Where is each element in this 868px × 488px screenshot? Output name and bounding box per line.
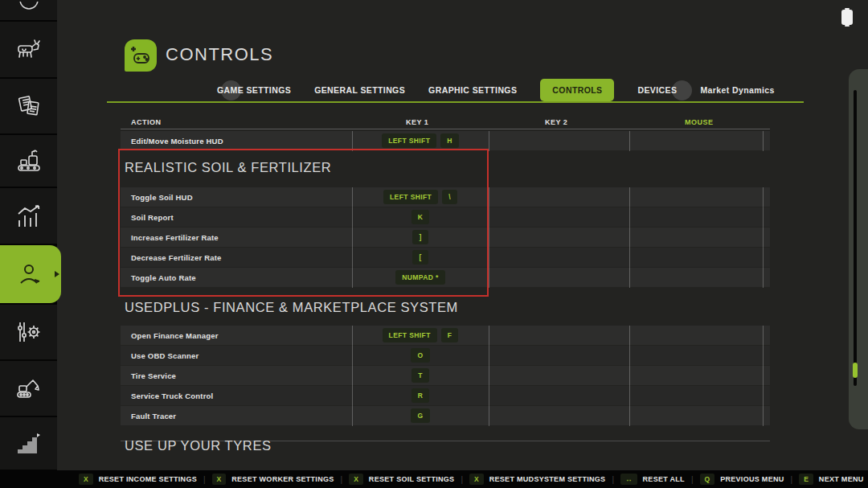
action-label: Tire Service xyxy=(121,371,176,380)
separator: | xyxy=(203,475,206,484)
tab-graphic-settings[interactable]: GRAPHIC SETTINGS xyxy=(428,85,517,95)
table-row[interactable]: Open Finance Manager LEFT SHIFT F xyxy=(121,326,770,345)
sidebar-item-production[interactable] xyxy=(0,135,57,187)
key-badge: R xyxy=(411,388,430,403)
key1-cell[interactable]: O xyxy=(352,346,489,365)
partial-circle-icon xyxy=(18,2,40,19)
table-row[interactable]: Toggle Auto Rate NUMPAD * xyxy=(121,268,770,287)
previous-menu-button[interactable]: Q PREVIOUS MENU xyxy=(700,474,784,485)
stairs-growth-icon xyxy=(15,433,43,455)
controls-app-icon xyxy=(125,39,157,72)
separator: | xyxy=(691,475,694,484)
key-hint-badge: X xyxy=(349,474,363,485)
key1-cell[interactable]: [ xyxy=(352,248,489,267)
swap-arrows-key-badge: ↔ xyxy=(620,474,637,485)
separator: | xyxy=(461,475,463,484)
key-badge: ] xyxy=(412,230,428,244)
separator: | xyxy=(341,475,343,484)
action-label: Increase Fertilizer Rate xyxy=(121,233,219,242)
key-badge: \ xyxy=(442,190,457,204)
key1-cell[interactable]: LEFT SHIFT H xyxy=(352,131,489,150)
reset-worker-settings-button[interactable]: X RESET WORKER SETTINGS xyxy=(212,474,334,485)
tab-controls[interactable]: CONTROLS xyxy=(540,79,614,101)
tab-game-settings[interactable]: GAME SETTINGS xyxy=(217,85,291,95)
binding-group-soil: Toggle Soil HUD LEFT SHIFT \ Soil Report… xyxy=(121,187,770,288)
scrollbar-track[interactable] xyxy=(849,69,868,429)
table-row[interactable]: Decrease Fertilizer Rate [ xyxy=(121,248,770,267)
sidebar-item-contracts[interactable] xyxy=(0,79,57,133)
sidebar xyxy=(0,0,57,488)
next-menu-button[interactable]: E NEXT MENU xyxy=(799,474,863,485)
sliders-gear-icon xyxy=(15,319,43,345)
reset-mudsystem-settings-button[interactable]: X RESET MUDSYSTEM SETTINGS xyxy=(469,474,605,485)
tab-bar: GAME SETTINGS GENERAL SETTINGS GRAPHIC S… xyxy=(217,78,775,102)
key1-cell[interactable]: LEFT SHIFT F xyxy=(352,326,489,345)
sidebar-item-player-controls[interactable] xyxy=(0,245,61,303)
reset-soil-settings-button[interactable]: X RESET SOIL SETTINGS xyxy=(349,474,454,485)
reset-income-settings-button[interactable]: X RESET INCOME SETTINGS xyxy=(79,474,197,485)
key-badge: O xyxy=(411,348,429,363)
bottom-action-bar: X RESET INCOME SETTINGS | X RESET WORKER… xyxy=(0,470,868,488)
column-divider xyxy=(489,326,489,426)
tab-devices[interactable]: DEVICES xyxy=(637,85,677,95)
tab-market-dynamics[interactable]: Market Dynamics xyxy=(700,85,774,95)
phone-icon xyxy=(841,10,853,25)
column-divider xyxy=(629,326,630,426)
column-divider xyxy=(489,187,489,288)
sidebar-item-top-partial[interactable] xyxy=(0,0,57,20)
column-divider xyxy=(489,131,489,151)
column-header-mouse: MOUSE xyxy=(685,118,714,126)
key1-cell[interactable]: T xyxy=(352,366,489,385)
binding-group-usedplus: Open Finance Manager LEFT SHIFT F Use OB… xyxy=(121,326,770,426)
documents-icon xyxy=(16,94,42,118)
tab-general-settings[interactable]: GENERAL SETTINGS xyxy=(314,85,405,95)
person-key-icon xyxy=(18,262,43,286)
key1-cell[interactable]: ] xyxy=(352,228,489,247)
key-badge: T xyxy=(411,368,429,383)
table-row[interactable]: Soil Report K xyxy=(121,207,770,227)
sidebar-item-animals[interactable] xyxy=(0,22,57,77)
key-badge: H xyxy=(440,133,459,148)
section-title-use-up-tyres: USE UP YOUR TYRES xyxy=(125,438,272,453)
cow-icon xyxy=(15,39,43,60)
table-row[interactable]: Edit/Move Moisture HUD LEFT SHIFT H xyxy=(121,131,770,150)
sidebar-item-construction[interactable] xyxy=(0,361,57,416)
key1-cell[interactable]: LEFT SHIFT \ xyxy=(352,187,489,207)
reset-all-button[interactable]: ↔ RESET ALL xyxy=(620,474,685,485)
key1-cell[interactable]: G xyxy=(352,406,489,425)
key-badge: K xyxy=(411,210,430,224)
key-badge: LEFT SHIFT xyxy=(382,133,436,148)
column-divider xyxy=(629,131,630,151)
column-header-key1: KEY 1 xyxy=(406,118,428,126)
binding-group-top: Edit/Move Moisture HUD LEFT SHIFT H xyxy=(121,131,770,151)
column-divider xyxy=(763,131,764,151)
table-row[interactable]: Use OBD Scanner O xyxy=(121,346,770,365)
table-row[interactable]: Fault Tracer G xyxy=(121,406,770,425)
table-row[interactable]: Tire Service T xyxy=(121,366,770,385)
scrollbar-groove xyxy=(854,90,857,386)
key-badge: [ xyxy=(412,250,428,265)
column-divider xyxy=(763,326,764,426)
table-row[interactable]: Toggle Soil HUD LEFT SHIFT \ xyxy=(121,187,770,207)
column-divider xyxy=(352,326,353,426)
controls-settings-screen: CONTROLS GAME SETTINGS GENERAL SETTINGS … xyxy=(0,0,868,488)
sidebar-item-progress[interactable] xyxy=(0,417,57,470)
sidebar-item-statistics[interactable] xyxy=(0,188,57,244)
table-row[interactable]: Service Truck Control R xyxy=(121,386,770,405)
column-header-key2: KEY 2 xyxy=(545,118,567,126)
table-row[interactable]: Increase Fertilizer Rate ] xyxy=(121,228,770,247)
action-label: Open Finance Manager xyxy=(121,331,219,340)
column-divider xyxy=(352,131,353,151)
column-divider xyxy=(763,187,764,288)
sidebar-item-settings[interactable] xyxy=(0,305,57,359)
key1-cell[interactable]: NUMPAD * xyxy=(352,268,489,287)
key1-cell[interactable]: K xyxy=(352,207,489,227)
excavator-icon xyxy=(15,376,43,400)
scrollbar-thumb[interactable] xyxy=(853,363,858,378)
column-divider xyxy=(629,187,630,288)
section-title-usedplus: USEDPLUS - FINANCE & MARKETPLACE SYSTEM xyxy=(125,300,458,315)
key1-cell[interactable]: R xyxy=(352,386,489,405)
action-label: Use OBD Scanner xyxy=(121,351,199,360)
key-badge: NUMPAD * xyxy=(395,270,445,285)
action-label: Service Truck Control xyxy=(121,392,213,400)
